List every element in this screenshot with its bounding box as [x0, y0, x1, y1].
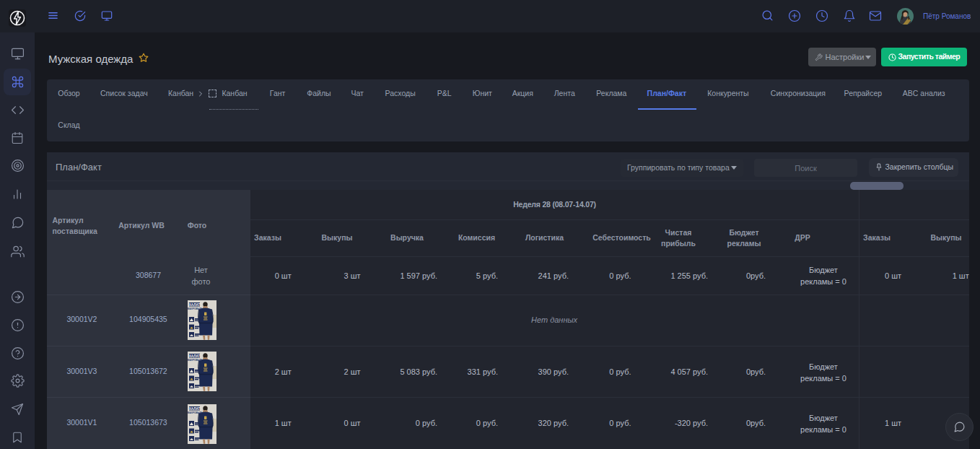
- svg-text:ХАЛАТ: ХАЛАТ: [188, 407, 200, 411]
- svg-text:МАХРОВЫЙ: МАХРОВЫЙ: [188, 411, 202, 414]
- svg-text:ХАЛАТ: ХАЛАТ: [188, 354, 200, 357]
- svg-text:ХАЛАТ: ХАЛАТ: [188, 302, 200, 306]
- svg-text:МАХРОВЫЙ: МАХРОВЫЙ: [188, 307, 202, 310]
- svg-text:МАХРОВЫЙ: МАХРОВЫЙ: [188, 358, 202, 361]
